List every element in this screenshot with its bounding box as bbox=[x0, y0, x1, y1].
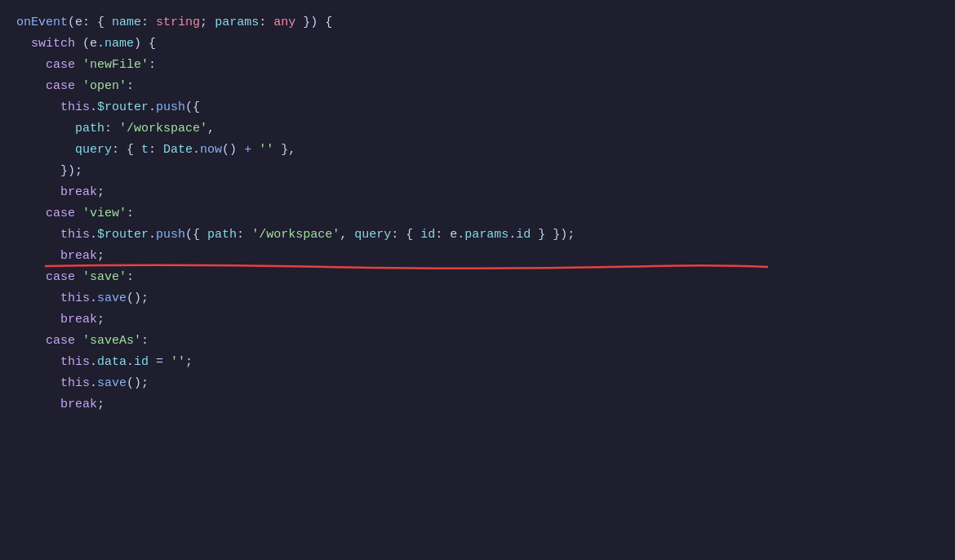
token-kw: case bbox=[46, 56, 75, 75]
token-punct: : { bbox=[82, 13, 112, 33]
token-kw: this bbox=[60, 225, 90, 245]
code-line: onEvent(e: { name: string; params: any }… bbox=[0, 13, 955, 34]
code-line: case 'newFile': bbox=[0, 56, 955, 77]
token-punct: : bbox=[127, 204, 134, 224]
code-line: path: '/workspace', bbox=[0, 119, 955, 140]
token-obj-key: path bbox=[75, 119, 104, 139]
code-line: case 'save': bbox=[0, 268, 955, 289]
token-kw: case bbox=[46, 268, 75, 287]
code-line: query: { t: Date.now() + '' }, bbox=[0, 140, 955, 162]
token-str: '/workspace' bbox=[251, 225, 340, 245]
token-punct: : { bbox=[391, 225, 420, 245]
token-prop: $router bbox=[97, 225, 149, 245]
token-punct: ; bbox=[97, 183, 104, 202]
token-kw: this bbox=[60, 289, 90, 309]
token-punct: . bbox=[97, 34, 104, 54]
token-kw: this bbox=[60, 98, 90, 118]
token-kw: break bbox=[60, 183, 97, 202]
token-punct: . bbox=[149, 98, 156, 118]
code-line: switch (e.name) { bbox=[0, 34, 955, 56]
token-punct: ( bbox=[68, 13, 75, 33]
token-kw: case bbox=[46, 77, 75, 96]
token-plus: + bbox=[244, 140, 251, 160]
token-punct: }); bbox=[60, 162, 82, 181]
token-kw: switch bbox=[31, 34, 75, 54]
token-prop: data bbox=[97, 353, 127, 372]
token-punct: . bbox=[509, 225, 516, 245]
code-line: this.save(); bbox=[0, 374, 955, 395]
token-punct: ; bbox=[97, 395, 104, 415]
token-punct: : bbox=[435, 225, 450, 245]
token-obj-key: id bbox=[134, 353, 149, 372]
code-line: }); bbox=[0, 162, 955, 183]
token-punct: ) { bbox=[134, 34, 156, 54]
token-punct bbox=[75, 268, 82, 287]
token-punct: }, bbox=[273, 140, 295, 160]
token-punct: : bbox=[259, 13, 273, 33]
token-obj-key: name bbox=[104, 34, 134, 54]
token-punct: : bbox=[127, 77, 134, 96]
code-line: this.$router.push({ path: '/workspace', … bbox=[0, 225, 955, 247]
token-punct: }) { bbox=[295, 13, 332, 33]
token-obj-key: params bbox=[215, 13, 259, 33]
token-punct: . bbox=[90, 289, 97, 309]
token-fn: push bbox=[156, 225, 185, 245]
token-obj-key: path bbox=[207, 225, 237, 245]
code-line: this.data.id = ''; bbox=[0, 353, 955, 374]
token-punct: ; bbox=[200, 13, 215, 33]
token-str: '/workspace' bbox=[119, 119, 207, 139]
token-fn: save bbox=[97, 374, 127, 393]
token-punct: , bbox=[207, 119, 215, 139]
token-var: e bbox=[90, 34, 97, 54]
token-punct: ( bbox=[75, 34, 90, 54]
token-punct bbox=[75, 77, 82, 96]
token-fn: save bbox=[97, 289, 127, 309]
token-punct: ; bbox=[97, 247, 104, 266]
token-punct: : bbox=[141, 13, 156, 33]
token-prop: params bbox=[464, 225, 509, 245]
code-line: break; bbox=[0, 247, 955, 268]
code-line: case 'view': bbox=[0, 204, 955, 225]
token-punct: = bbox=[149, 353, 171, 372]
token-kw: case bbox=[46, 331, 75, 351]
code-line: case 'saveAs': bbox=[0, 331, 955, 353]
token-obj-key: t bbox=[141, 140, 149, 160]
token-punct bbox=[75, 331, 82, 351]
token-punct: () bbox=[222, 140, 244, 160]
token-punct: . bbox=[90, 353, 97, 372]
token-obj-key: name bbox=[112, 13, 141, 33]
token-punct: ; bbox=[97, 310, 104, 330]
code-line: this.save(); bbox=[0, 289, 955, 310]
token-punct: . bbox=[457, 225, 464, 245]
token-str: 'newFile' bbox=[82, 56, 149, 75]
token-str: 'view' bbox=[82, 204, 127, 224]
token-var: e bbox=[450, 225, 457, 245]
token-str: 'save' bbox=[82, 268, 127, 287]
code-line: break; bbox=[0, 395, 955, 416]
token-punct bbox=[75, 56, 82, 75]
token-punct: (); bbox=[127, 374, 149, 393]
token-fn: onEvent bbox=[16, 13, 68, 33]
token-obj-key: query bbox=[75, 140, 112, 160]
token-kw: this bbox=[60, 374, 90, 393]
token-fn: now bbox=[200, 140, 222, 160]
token-punct bbox=[75, 204, 82, 224]
token-punct bbox=[251, 140, 259, 160]
token-punct: : bbox=[104, 119, 119, 139]
token-prop: Date bbox=[163, 140, 193, 160]
token-punct: : bbox=[237, 225, 251, 245]
code-editor: onEvent(e: { name: string; params: any }… bbox=[0, 0, 955, 560]
token-str: '' bbox=[259, 140, 273, 160]
token-var: e bbox=[75, 13, 82, 33]
token-kw: break bbox=[60, 395, 97, 415]
code-line: break; bbox=[0, 310, 955, 331]
code-line: this.$router.push({ bbox=[0, 98, 955, 119]
token-kw: case bbox=[46, 204, 75, 224]
token-punct: : { bbox=[112, 140, 141, 160]
code-line: case 'open': bbox=[0, 77, 955, 98]
token-obj-key: id bbox=[516, 225, 531, 245]
token-punct: . bbox=[90, 374, 97, 393]
token-punct: : bbox=[141, 331, 149, 351]
token-type: string bbox=[156, 13, 200, 33]
token-punct: . bbox=[193, 140, 200, 160]
